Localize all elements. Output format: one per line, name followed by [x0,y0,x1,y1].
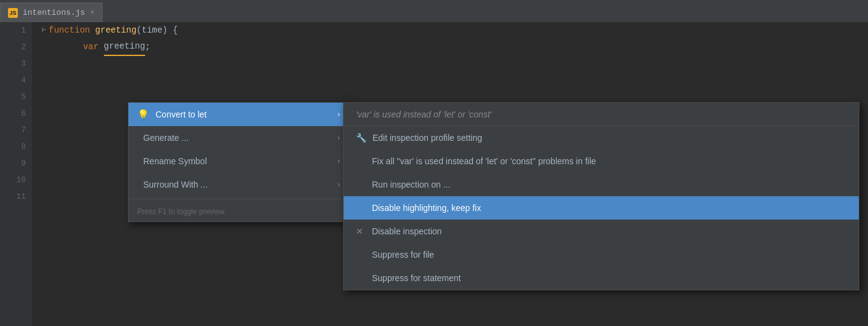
submenu-convert-to-let: 'var' is used instead of 'let' or 'const… [343,102,859,290]
code-line-1: ⊢function greeting(time) { [42,22,868,39]
submenu-label-fix-all: Fix all ''var' is used instead of 'let' … [372,156,596,166]
line-num-3: 3 [0,55,26,72]
submenu-item-edit-inspection[interactable]: 🔧 Edit inspection profile setting [344,126,859,149]
wrench-icon: 🔧 [356,133,366,143]
line-num-4: 4 [0,72,26,89]
submenu-label-edit-inspection: Edit inspection profile setting [373,133,482,143]
menu-hint: Press F1 to toggle preview [128,202,349,221]
arrow-icon-convert: › [337,110,340,119]
semicolon: ; [145,39,150,55]
line-num-2: 2 [0,39,26,55]
submenu-label-disable-highlighting: Disable highlighting, keep fix [372,203,481,213]
submenu-item-disable-highlighting[interactable]: Disable highlighting, keep fix [344,196,859,220]
arrow-icon-surround: › [337,180,340,189]
tab-label: intentions.js [23,8,85,17]
submenu-item-suppress-statement[interactable]: Suppress for statement [344,266,859,290]
intentions-menu: 💡 Convert to let › Generate ... › Rename… [128,102,349,222]
menu-label-rename-symbol: Rename Symbol [143,156,207,166]
menu-item-generate[interactable]: Generate ... › [128,126,349,149]
var-greeting: greeting [104,38,145,56]
submenu-label-run-inspection: Run inspection on ... [372,180,451,189]
line-num-11: 11 [0,188,26,205]
line-num-5: 5 [0,89,26,105]
submenu-label-disable-inspection: Disable inspection [372,226,442,236]
menu-label-surround-with: Surround With ... [143,180,208,189]
line-num-1: 1 [0,22,26,39]
tab-intentions-js[interactable]: JS intentions.js × [0,2,103,22]
submenu-label-suppress-file: Suppress for file [372,250,434,260]
menu-item-rename-symbol[interactable]: Rename Symbol › [128,149,349,173]
submenu-item-run-inspection[interactable]: Run inspection on ... [344,173,859,196]
arrow-icon-generate: › [337,133,340,142]
line-num-9: 9 [0,155,26,172]
line-num-8: 8 [0,138,26,155]
fold-indicator: ⊢ [42,22,46,39]
tab-bar: JS intentions.js × [0,0,868,22]
line-num-10: 10 [0,172,26,188]
submenu-header: 'var' is used instead of 'let' or 'const… [344,103,859,126]
line-numbers: 1 2 3 4 5 6 7 8 9 10 11 [0,22,32,326]
code-line-4 [42,72,868,89]
arrow-icon-rename: › [337,157,340,165]
submenu-item-disable-inspection[interactable]: ✕ Disable inspection [344,220,859,243]
submenu-label-suppress-statement: Suppress for statement [372,273,461,283]
fn-name-greeting: greeting [95,22,136,39]
code-line-3 [42,55,868,72]
line-num-6: 6 [0,105,26,122]
line-num-7: 7 [0,122,26,138]
tab-close-button[interactable]: × [90,9,94,17]
keyword-var: var [83,39,104,55]
menu-item-surround-with[interactable]: Surround With ... › [128,173,349,196]
js-file-icon: JS [8,8,18,18]
submenu-item-fix-all[interactable]: Fix all ''var' is used instead of 'let' … [344,149,859,173]
submenu-item-suppress-file[interactable]: Suppress for file [344,243,859,266]
keyword-function: function [49,22,95,39]
menu-divider [128,199,349,199]
code-line-2: var greeting; [42,39,868,55]
fn-params: (time) { [136,22,178,39]
menu-item-convert-to-let[interactable]: 💡 Convert to let › [128,103,349,126]
menu-label-convert-to-let: Convert to let [156,109,207,119]
x-icon: ✕ [356,226,366,236]
bulb-icon: 💡 [137,109,149,121]
editor-area: 1 2 3 4 5 6 7 8 9 10 11 ⊢function greeti… [0,22,868,326]
menu-label-generate: Generate ... [143,133,189,143]
